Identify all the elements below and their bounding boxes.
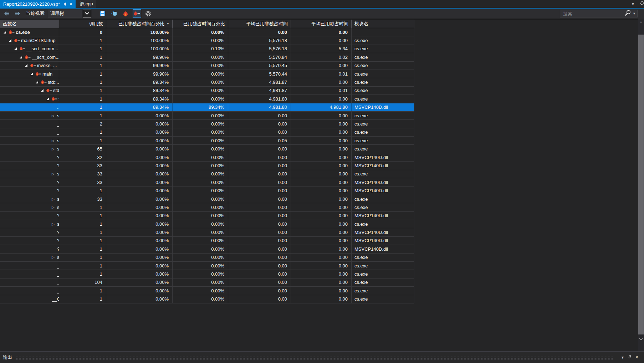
- window-position-icon[interactable]: [640, 1, 644, 7]
- tree-expander-icon[interactable]: [20, 56, 25, 58]
- tree-expander-icon[interactable]: [52, 147, 57, 151]
- avg-exclusive-cell: 0.00: [291, 137, 352, 144]
- exclusive-pct-cell: 0.00%: [173, 228, 228, 236]
- avg-exclusive-cell: 0.00: [291, 262, 352, 270]
- table-row[interactable]: __scrt_com... 1 99.90% 0.00% 5,570.84 0.…: [0, 53, 414, 61]
- tree-expander-icon[interactable]: [52, 114, 57, 118]
- table-row[interactable]: invoke_... 1 99.90% 0.00% 5,570.45 0.00 …: [0, 62, 414, 70]
- view-select[interactable]: 调用树: [48, 10, 82, 17]
- table-row[interactable]: s... 1 0.00% 0.00% 0.00 0.00 cs.exe: [0, 112, 414, 120]
- column-header-function[interactable]: 函数名: [0, 20, 59, 28]
- inclusive-pct-cell: 0.00%: [106, 186, 173, 194]
- column-header-module[interactable]: 模块名: [352, 20, 414, 28]
- save-report-button[interactable]: [98, 9, 107, 18]
- table-row[interactable]: __... 1 0.00% 0.00% 0.00 0.00 cs.exe: [0, 270, 414, 278]
- tree-expander-icon[interactable]: [52, 222, 57, 226]
- table-row[interactable]: std... 1 0.00% 0.00% 0.00 0.00 cs.exe: [0, 220, 414, 228]
- calls-cell: 1: [59, 95, 106, 103]
- table-row[interactable]: ?se... 1 0.00% 0.00% 0.00 0.00 MSVCP140D…: [0, 245, 414, 253]
- table-row[interactable]: ?s... 1 0.00% 0.00% 0.00 0.00 MSVCP140D.…: [0, 212, 414, 220]
- table-row[interactable]: mainCRTStartup 1 100.00% 0.00% 5,576.18 …: [0, 36, 414, 45]
- table-row[interactable]: std... 1 0.00% 0.00% 0.00 0.00 cs.exe: [0, 203, 414, 211]
- table-row[interactable]: std... 65 0.00% 0.00% 0.00 0.00 cs.exe: [0, 145, 414, 153]
- table-row[interactable]: ... 1 89.34% 89.34% 4,981.80 4,981.80 MS…: [0, 103, 414, 112]
- tree-expander-icon[interactable]: [41, 89, 46, 92]
- calls-cell: 1: [59, 103, 106, 111]
- tree-expander-icon[interactable]: [52, 197, 57, 201]
- column-header-calls[interactable]: 调用数: [59, 20, 106, 28]
- hot-path-flame-icon: [14, 38, 20, 43]
- tree-expander-icon[interactable]: [14, 47, 20, 50]
- flame-icon-button[interactable]: [121, 9, 130, 18]
- scrollbar-thumb[interactable]: [638, 35, 644, 334]
- tree-expander-icon[interactable]: [52, 255, 57, 259]
- table-row[interactable]: _... 2 0.00% 0.00% 0.00 0.00 cs.exe: [0, 120, 414, 128]
- window-menu-chevron-icon[interactable]: ▼: [619, 356, 626, 359]
- avg-inclusive-cell: 0.05: [228, 137, 291, 144]
- table-row[interactable]: std... 33 0.00% 0.00% 0.00 0.00 cs.exe: [0, 195, 414, 203]
- column-header-avg-exclusive[interactable]: 平均已用独占时间: [291, 20, 352, 28]
- tree-expander-icon[interactable]: [52, 205, 57, 209]
- tree-expander-icon[interactable]: [52, 139, 57, 143]
- pin-icon[interactable]: [63, 2, 67, 6]
- inclusive-pct-cell: 0.00%: [106, 212, 173, 220]
- table-row[interactable]: ?is... 33 0.00% 0.00% 0.00 0.00 MSVCP140…: [0, 162, 414, 170]
- scroll-down-icon[interactable]: [638, 337, 644, 341]
- scroll-up-icon[interactable]: ▲: [638, 20, 644, 24]
- table-row[interactable]: __s... 1 0.00% 0.00% 0.00 0.00 cs.exe: [0, 287, 414, 295]
- hot-path-toggle-button[interactable]: [133, 9, 141, 18]
- calls-cell: 1: [59, 220, 106, 228]
- tab-source-cpp[interactable]: 源.cpp: [76, 0, 96, 8]
- tree-expander-icon[interactable]: [4, 31, 9, 34]
- function-name: __s...: [57, 288, 59, 293]
- tree-expander-icon[interactable]: [30, 73, 36, 75]
- tree-expander-icon[interactable]: [36, 81, 41, 83]
- back-arrow-icon[interactable]: [4, 11, 10, 16]
- column-header-exclusive-pct[interactable]: 已用独占时间百分比: [173, 20, 228, 28]
- table-row[interactable]: _R... 104 0.00% 0.00% 0.00 0.00 cs.exe: [0, 278, 414, 287]
- table-row[interactable]: std::... 1 89.34% 0.00% 4,981.87 0.00 cs…: [0, 78, 414, 86]
- chevron-down-icon[interactable]: ▼: [631, 2, 635, 6]
- close-icon[interactable]: ×: [70, 1, 72, 6]
- tree-expander-icon[interactable]: [52, 172, 57, 176]
- tab-report-vsp[interactable]: Report20210920-2328.vsp* ×: [0, 0, 76, 8]
- close-icon[interactable]: ×: [633, 354, 640, 360]
- inclusive-pct-cell: 0.00%: [106, 228, 173, 236]
- module-cell: MSVCP140D.dll: [352, 212, 414, 220]
- table-row[interactable]: ?g... 1 0.00% 0.00% 0.00 0.00 MSVCP140D.…: [0, 186, 414, 195]
- table-row[interactable]: ?s... 32 0.00% 0.00% 0.00 0.00 MSVCP140D…: [0, 153, 414, 162]
- pin-icon[interactable]: [626, 355, 633, 359]
- table-row[interactable]: std... 33 0.00% 0.00% 0.00 0.00 cs.exe: [0, 170, 414, 178]
- function-name-cell: ...: [0, 103, 59, 111]
- tree-expander-icon[interactable]: [46, 98, 52, 100]
- view-select-dropdown-button[interactable]: [83, 10, 91, 17]
- table-row[interactable]: std... 1 89.34% 0.00% 4,981.87 0.01 cs.e…: [0, 87, 414, 95]
- table-row[interactable]: __Ch... 1 0.00% 0.00% 0.00 0.00 cs.exe: [0, 295, 414, 303]
- table-row[interactable]: main 1 99.90% 0.00% 5,570.44 0.01 cs.exe: [0, 70, 414, 78]
- vertical-scrollbar[interactable]: ▲: [638, 19, 644, 351]
- forward-arrow-icon[interactable]: [14, 11, 21, 16]
- table-row[interactable]: std... 1 0.00% 0.00% 0.05 0.00 cs.exe: [0, 137, 414, 145]
- export-data-button[interactable]: [110, 9, 118, 18]
- table-row[interactable]: cs.exe 0 100.00% 0.00% 0.00 0.00: [0, 28, 414, 36]
- tree-expander-icon[interactable]: [9, 39, 14, 42]
- column-header-inclusive-pct[interactable]: 已用非独占时间百分比▼: [106, 20, 173, 28]
- search-icon[interactable]: [625, 10, 631, 17]
- tree-expander-icon[interactable]: [25, 64, 30, 67]
- column-header-avg-inclusive[interactable]: 平均已用非独占时间: [228, 20, 291, 28]
- table-row[interactable]: _R... 1 0.00% 0.00% 0.00 0.00 cs.exe: [0, 262, 414, 270]
- search-input[interactable]: [562, 11, 625, 17]
- table-row[interactable]: ?w... 1 0.00% 0.00% 0.00 0.00 MSVCP140D.…: [0, 237, 414, 245]
- table-row[interactable]: ?rd... 33 0.00% 0.00% 0.00 0.00 MSVCP140…: [0, 178, 414, 186]
- table-row[interactable]: s... 1 89.34% 0.00% 4,981.80 0.00 cs.exe: [0, 95, 414, 103]
- calls-cell: 1: [59, 186, 106, 194]
- table-row[interactable]: _... 1 0.00% 0.00% 0.00 0.00 cs.exe: [0, 128, 414, 137]
- module-cell: cs.exe: [352, 112, 414, 119]
- table-row[interactable]: ?w... 1 0.00% 0.00% 0.00 0.00 MSVCP140D.…: [0, 228, 414, 236]
- table-row[interactable]: std... 1 0.00% 0.00% 0.00 0.00 cs.exe: [0, 254, 414, 262]
- table-row[interactable]: __scrt_comm... 1 100.00% 0.10% 5,576.18 …: [0, 45, 414, 53]
- avg-inclusive-cell: 0.00: [228, 186, 291, 194]
- search-options-chevron-icon[interactable]: ▼: [633, 12, 636, 15]
- settings-gear-icon[interactable]: [144, 9, 153, 18]
- output-drag-grip[interactable]: [16, 356, 614, 360]
